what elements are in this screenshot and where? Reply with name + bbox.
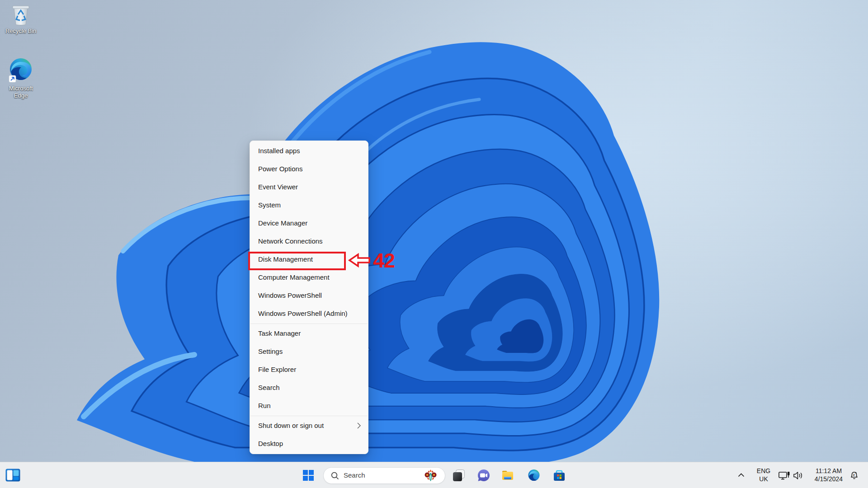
menu-item-desktop[interactable]: Desktop <box>250 435 368 453</box>
wallpaper-bloom <box>0 0 868 488</box>
desktop-icon-microsoft-edge[interactable]: Microsoft Edge <box>3 57 39 99</box>
edge-label-line1: Microsoft <box>3 85 39 92</box>
recycle-bin-label: Recycle Bin <box>3 28 39 35</box>
clock-time: 11:12 AM <box>807 467 850 475</box>
store-button[interactable] <box>553 469 566 482</box>
menu-item-file-explorer[interactable]: File Explorer <box>250 361 368 379</box>
desktop-icon-recycle-bin[interactable]: Recycle Bin <box>3 4 39 35</box>
shutdown-label: Shut down or sign out <box>258 422 324 429</box>
menu-separator <box>250 416 368 416</box>
menu-item-run[interactable]: Run <box>250 397 368 415</box>
svg-text:z: z <box>853 473 855 476</box>
annotation-highlight-box <box>248 252 346 270</box>
menu-item-power-options[interactable]: Power Options <box>250 160 368 178</box>
windows-desktop: Recycle Bin Microsoft <box>0 0 868 488</box>
menu-item-computer-management[interactable]: Computer Management <box>250 268 368 286</box>
annotation-arrow-icon <box>347 253 371 268</box>
language-line2: UK <box>752 475 775 483</box>
edge-button[interactable] <box>528 469 540 482</box>
edge-label-line2: Edge <box>3 92 39 99</box>
notification-bell-icon[interactable]: z z <box>849 471 859 480</box>
language-indicator[interactable]: ENG UK <box>752 467 775 483</box>
menu-item-windows-powershell[interactable]: Windows PowerShell <box>250 286 368 305</box>
widgets-button[interactable] <box>5 469 20 482</box>
menu-item-system[interactable]: System <box>250 196 368 214</box>
desktop-wallpaper <box>0 0 868 488</box>
search-highlights-icon[interactable] <box>424 469 438 483</box>
menu-item-settings[interactable]: Settings <box>250 343 368 361</box>
tray-chevron-icon[interactable] <box>738 473 745 478</box>
menu-item-shutdown[interactable]: Shut down or sign out <box>250 417 368 435</box>
language-line1: ENG <box>752 467 775 475</box>
svg-text:z: z <box>855 471 857 474</box>
taskbar-search-box[interactable]: Search <box>323 467 445 484</box>
menu-item-network-connections[interactable]: Network Connections <box>250 232 368 250</box>
recycle-bin-icon <box>3 4 39 26</box>
clock-date: 4/15/2024 <box>807 475 850 483</box>
volume-icon[interactable] <box>793 471 803 480</box>
file-explorer-button[interactable] <box>501 469 514 482</box>
menu-item-windows-powershell-admin[interactable]: Windows PowerShell (Admin) <box>250 305 368 323</box>
menu-item-task-manager[interactable]: Task Manager <box>250 324 368 343</box>
taskbar: Search <box>0 462 868 488</box>
search-icon <box>331 472 339 480</box>
chat-button[interactable] <box>477 469 490 482</box>
annotation-number: 42 <box>373 249 395 272</box>
menu-separator <box>250 324 368 324</box>
submenu-chevron-icon <box>357 422 361 429</box>
search-placeholder: Search <box>344 471 365 479</box>
clock[interactable]: 11:12 AM 4/15/2024 <box>807 467 850 483</box>
menu-item-device-manager[interactable]: Device Manager <box>250 214 368 232</box>
menu-item-installed-apps[interactable]: Installed apps <box>250 142 368 160</box>
start-button[interactable] <box>303 470 314 481</box>
winx-context-menu: Installed apps Power Options Event Viewe… <box>250 141 368 454</box>
menu-item-search[interactable]: Search <box>250 379 368 397</box>
menu-item-event-viewer[interactable]: Event Viewer <box>250 178 368 196</box>
task-view-button[interactable] <box>453 469 465 481</box>
network-icon[interactable] <box>778 471 790 481</box>
edge-icon <box>3 57 39 84</box>
